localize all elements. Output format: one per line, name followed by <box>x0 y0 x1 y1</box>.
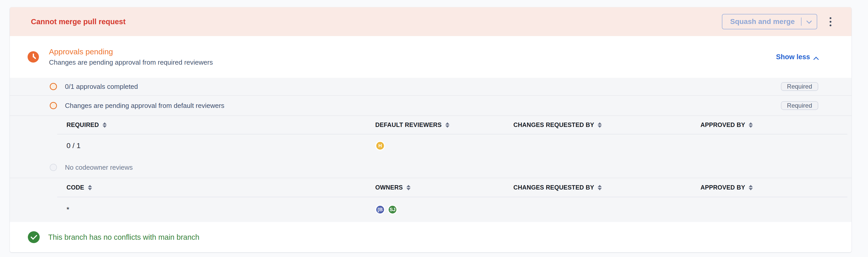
sort-icon <box>88 185 92 190</box>
button-divider <box>801 18 802 26</box>
code-owners-table: CODE OWNERS CHANGES REQUESTED BY APPROVE… <box>57 178 847 222</box>
check-icon <box>28 231 40 243</box>
pending-circle-icon <box>50 83 57 90</box>
no-conflicts-label: This branch has no conflicts with main b… <box>48 233 199 242</box>
show-less-link[interactable]: Show less <box>776 53 818 61</box>
merge-checks-card: Cannot merge pull request Squash and mer… <box>10 7 851 252</box>
required-count-cell: 0 / 1 <box>66 141 375 150</box>
column-header-owners[interactable]: OWNERS <box>375 184 514 191</box>
clock-icon <box>28 51 39 63</box>
pending-circle-icon <box>50 102 57 109</box>
codeowner-reviews-check-row: No codeowner reviews <box>10 157 851 178</box>
required-badge: Required <box>781 101 818 110</box>
cannot-merge-banner: Cannot merge pull request Squash and mer… <box>10 7 851 36</box>
checks-region: 0/1 approvals completed Required Changes… <box>10 78 851 222</box>
required-reviewers-table-row: 0 / 1 H <box>57 134 847 157</box>
sort-icon <box>102 122 107 128</box>
neutral-circle-icon <box>50 164 57 171</box>
approvals-pending-subtitle: Changes are pending approval from requir… <box>49 59 776 66</box>
column-header-approved-by[interactable]: APPROVED BY <box>701 122 847 129</box>
squash-and-merge-button[interactable]: Squash and merge <box>722 14 817 29</box>
approvals-text-block: Approvals pending Changes are pending ap… <box>49 47 776 66</box>
avatar[interactable]: H <box>375 141 385 151</box>
chevron-up-icon <box>813 57 819 62</box>
approvals-pending-section: Approvals pending Changes are pending ap… <box>10 36 851 78</box>
column-header-default-reviewers[interactable]: DEFAULT REVIEWERS <box>375 122 514 129</box>
approvals-completed-label: 0/1 approvals completed <box>65 83 138 91</box>
code-owners-table-header: CODE OWNERS CHANGES REQUESTED BY APPROVE… <box>57 178 847 197</box>
code-owners-table-row: * [B SJ <box>57 197 847 222</box>
default-reviewers-check-row: Changes are pending approval from defaul… <box>10 96 851 116</box>
owners-cell: [B SJ <box>375 205 514 215</box>
banner-title: Cannot merge pull request <box>31 18 722 26</box>
column-header-changes-requested-by[interactable]: CHANGES REQUESTED BY <box>514 184 701 191</box>
column-header-approved-by[interactable]: APPROVED BY <box>701 184 847 191</box>
avatar[interactable]: [B <box>375 205 385 215</box>
required-reviewers-table: REQUIRED DEFAULT REVIEWERS CHANGES REQUE… <box>57 116 847 157</box>
sort-icon <box>598 185 602 190</box>
no-conflicts-section: This branch has no conflicts with main b… <box>10 222 851 252</box>
approvals-pending-title: Approvals pending <box>49 47 776 56</box>
squash-and-merge-label: Squash and merge <box>730 18 795 26</box>
default-reviewers-check-label: Changes are pending approval from defaul… <box>65 102 224 110</box>
required-badge: Required <box>781 82 818 91</box>
sort-icon <box>406 185 410 190</box>
approvals-completed-check-row: 0/1 approvals completed Required <box>10 78 851 95</box>
sort-icon <box>749 185 753 190</box>
column-header-required[interactable]: REQUIRED <box>66 122 375 129</box>
column-header-changes-requested-by[interactable]: CHANGES REQUESTED BY <box>514 122 701 129</box>
column-header-code[interactable]: CODE <box>66 184 375 191</box>
avatar[interactable]: SJ <box>388 205 397 215</box>
codeowner-reviews-label: No codeowner reviews <box>65 163 133 171</box>
sort-icon <box>598 122 602 128</box>
required-reviewers-table-header: REQUIRED DEFAULT REVIEWERS CHANGES REQUE… <box>57 116 847 134</box>
sort-icon <box>445 122 450 128</box>
sort-icon <box>749 122 753 128</box>
kebab-menu-icon[interactable] <box>828 15 833 28</box>
default-reviewers-cell: H <box>375 141 514 151</box>
code-pattern-cell: * <box>66 205 375 214</box>
show-less-label: Show less <box>776 53 810 61</box>
chevron-down-icon[interactable] <box>806 18 812 24</box>
